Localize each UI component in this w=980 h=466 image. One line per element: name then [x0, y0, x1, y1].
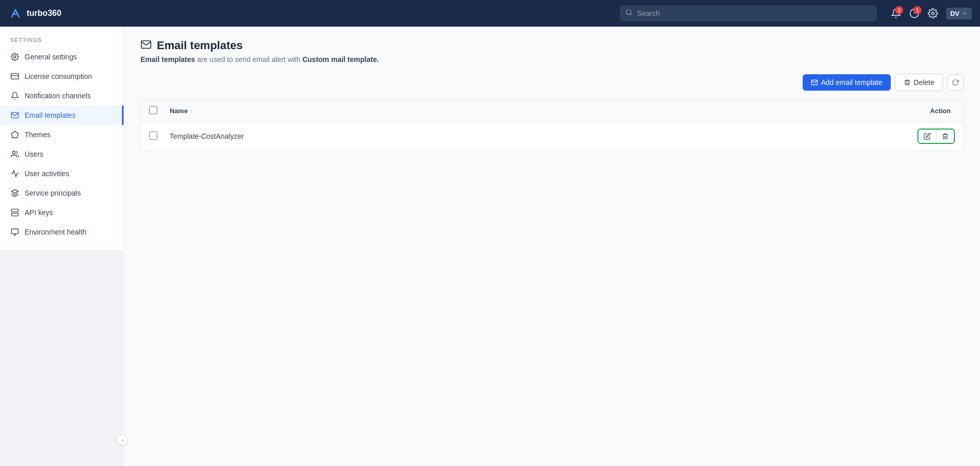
delete-label: Delete — [914, 78, 934, 87]
svg-point-0 — [626, 10, 631, 14]
page-subtitle-pre: Email templates — [140, 55, 195, 63]
svg-point-5 — [14, 56, 16, 58]
sidebar-item-label: Email templates — [25, 111, 76, 119]
sidebar-section-label: SETTINGS — [0, 35, 124, 47]
search-input[interactable] — [620, 6, 876, 21]
sidebar-item-users[interactable]: Users — [0, 144, 124, 164]
select-all-checkbox[interactable] — [149, 106, 157, 114]
sidebar-item-service-principals[interactable]: Service principals — [0, 183, 124, 203]
user-menu[interactable]: DV — [946, 8, 972, 19]
activity-icon — [10, 169, 19, 178]
sidebar-wrapper: SETTINGS General settings Li — [0, 27, 124, 466]
settings-button[interactable] — [928, 8, 938, 18]
chevron-down-icon — [962, 10, 968, 16]
svg-rect-11 — [11, 213, 18, 216]
topnav: turbo360 3 1 — [0, 0, 980, 27]
trash-row-icon — [942, 133, 949, 140]
page-subtitle: Email templates are used to send email a… — [140, 55, 964, 63]
main-content: Email templates Email templates are used… — [124, 27, 980, 466]
table-row: Template-CostAnalyzer — [141, 122, 963, 151]
diamond-icon — [10, 130, 19, 139]
sidebar-item-general-settings[interactable]: General settings — [0, 47, 124, 67]
template-name: Template-CostAnalyzer — [170, 132, 244, 140]
page-subtitle-bold: Custom mail template. — [302, 55, 379, 63]
bell-icon — [10, 91, 19, 100]
page-title-email-icon — [140, 39, 152, 52]
action-cell — [664, 122, 963, 151]
page-header: Email templates Email templates are used… — [140, 39, 964, 63]
sidebar: SETTINGS General settings Li — [0, 27, 124, 250]
topnav-actions: 3 1 DV — [891, 8, 972, 19]
add-email-template-label: Add email template — [821, 78, 883, 87]
email-add-icon — [811, 79, 818, 86]
svg-point-4 — [931, 12, 934, 15]
email-templates-table: Name ↑ Action Template-CostAnalyzer — [140, 99, 964, 151]
app-name: turbo360 — [27, 9, 62, 18]
alerts-button[interactable]: 1 — [909, 8, 920, 18]
template-name-cell: Template-CostAnalyzer — [161, 122, 664, 151]
notifications-badge: 3 — [895, 6, 903, 14]
svg-point-9 — [12, 151, 15, 154]
sidebar-item-label: License consumption — [25, 72, 92, 80]
gear-icon — [10, 52, 19, 61]
app-logo[interactable]: turbo360 — [8, 6, 62, 20]
sidebar-item-environment-health[interactable]: Environment health — [0, 222, 124, 242]
sidebar-item-label: User activities — [25, 170, 69, 178]
user-initials: DV — [950, 10, 959, 17]
sidebar-item-notification-channels[interactable]: Notification channels — [0, 86, 124, 105]
sidebar-item-api-keys[interactable]: API keys — [0, 203, 124, 222]
name-column-header: Name ↑ — [161, 100, 664, 122]
users-icon — [10, 150, 19, 159]
sidebar-item-label: Notification channels — [25, 92, 91, 100]
monitor-icon — [10, 227, 19, 237]
sidebar-item-license-consumption[interactable]: License consumption — [0, 67, 124, 86]
svg-marker-8 — [11, 131, 18, 138]
sidebar-item-label: Themes — [25, 131, 51, 139]
search-icon — [625, 9, 632, 18]
table-header-row: Name ↑ Action — [141, 100, 963, 122]
diamond-outline-icon — [10, 188, 19, 198]
svg-rect-10 — [11, 209, 18, 211]
action-column-header: Action — [664, 100, 963, 122]
refresh-button[interactable] — [947, 74, 964, 91]
select-all-cell — [141, 100, 161, 122]
sidebar-item-user-activities[interactable]: User activities — [0, 164, 124, 183]
page-subtitle-text: are used to send email alert with — [195, 55, 302, 63]
edit-button[interactable] — [918, 130, 936, 143]
delete-button[interactable]: Delete — [895, 74, 943, 91]
notifications-button[interactable]: 3 — [891, 8, 901, 18]
alerts-badge: 1 — [913, 6, 922, 14]
sidebar-item-label: Environment health — [25, 228, 87, 236]
row-checkbox-cell — [141, 122, 161, 151]
sidebar-item-label: API keys — [25, 208, 53, 217]
delete-row-button[interactable] — [936, 130, 954, 143]
sidebar-collapse-button[interactable]: ‹ — [117, 434, 128, 446]
add-email-template-button[interactable]: Add email template — [803, 74, 891, 91]
sidebar-item-label: General settings — [25, 53, 77, 61]
credit-card-icon — [10, 72, 19, 81]
sidebar-item-themes[interactable]: Themes — [0, 125, 124, 144]
svg-rect-14 — [11, 229, 18, 234]
sort-asc-icon: ↑ — [190, 108, 193, 114]
svg-rect-6 — [11, 74, 19, 79]
logo-icon — [8, 6, 23, 20]
server-icon — [10, 208, 19, 217]
search-container — [620, 6, 876, 21]
edit-icon — [924, 133, 931, 140]
row-checkbox[interactable] — [149, 132, 157, 140]
sidebar-item-label: Users — [25, 150, 44, 158]
refresh-icon — [952, 79, 959, 86]
page-title: Email templates — [157, 39, 243, 52]
email-icon — [10, 111, 19, 120]
trash-icon — [904, 79, 911, 86]
toolbar: Add email template Delete — [140, 74, 964, 91]
sidebar-item-label: Service principals — [25, 189, 81, 197]
sidebar-item-email-templates[interactable]: Email templates — [0, 105, 124, 125]
action-buttons — [917, 129, 955, 144]
